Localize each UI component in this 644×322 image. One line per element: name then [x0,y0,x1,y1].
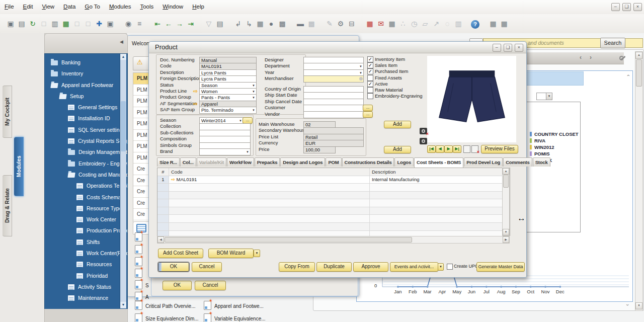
browse-button[interactable]: ... [363,105,373,111]
journal-icon[interactable]: ▬ [295,18,306,29]
sidebar-item-sql-server-settings[interactable]: SQL Server settings [45,124,127,135]
description-cell[interactable] [370,223,510,230]
bom-wizard-dropdown-icon[interactable]: ▼ [254,250,260,257]
sales-item-checkbox[interactable]: ✓ [367,62,373,68]
brand-field[interactable] [199,148,251,155]
shortcut-item[interactable] [135,257,145,266]
menu-file[interactable]: File [0,0,19,10]
sidebar-item-prioridad[interactable]: Prioridad [45,270,127,281]
tab-comments[interactable]: Comments [503,157,532,167]
scroll-up-icon[interactable]: ▲ [120,54,126,60]
menu-edit[interactable]: Edit [19,0,38,10]
shortcut-size-equivalence[interactable]: Size Equivalence Dim... [135,313,199,322]
shortcut-variable-equivalence[interactable]: Variable Equivalence... [204,313,266,322]
duplicate-button[interactable]: Duplicate [316,262,352,272]
table-empty-row[interactable] [157,223,510,231]
chevron-down-icon[interactable]: › [625,304,631,306]
prev-page-icon[interactable]: ‹ [580,54,582,61]
close-button[interactable]: × [515,44,523,52]
scroll-up-icon[interactable]: ▲ [503,168,509,175]
copy-special-icon[interactable]: ▱ [420,18,431,29]
description-cell[interactable] [370,192,510,199]
report-icon[interactable]: ▩ [277,18,288,29]
remove-doc-icon[interactable] [471,145,478,153]
gantt-icon[interactable]: ▥ [453,18,464,29]
sidebar-item-maintenance[interactable]: Maintenance [45,292,127,303]
help-icon[interactable]: ? [471,20,479,29]
next-record-icon[interactable]: → [174,18,185,29]
scrollbar-thumb[interactable] [636,59,642,87]
code-cell[interactable] [169,207,370,215]
bom-wizard-button[interactable]: BOM Wizard [208,249,254,258]
sidebar-item-apparel-and-footwear[interactable]: Apparel and Footwear [45,79,127,91]
description-cell[interactable]: Internal Manufacturing [370,176,510,183]
document-icon[interactable]: □ [38,18,49,29]
vendor-field[interactable] [303,111,364,118]
scroll-up-icon[interactable]: ▲ [635,52,642,59]
shortcut-item[interactable]: S [135,280,149,289]
share-icon[interactable]: ↗ [431,18,442,29]
photo-icon[interactable]: ▩ [306,18,317,29]
scroll-down-icon[interactable]: ▼ [120,302,126,308]
table-empty-row[interactable] [157,215,510,223]
shortcut-apparel-footwear[interactable]: Apparel and Footwe... [204,301,264,310]
menu-go-to[interactable]: Go To [80,0,104,10]
sidebar-item-work-center-productio[interactable]: Work Center(Productio [45,248,127,259]
chart-filter-select[interactable]: ▼ [536,93,552,100]
link-arrow-icon[interactable]: ⇨ [171,177,177,182]
calc-doc-icon[interactable]: ▦ [255,18,266,29]
table-hscrollbar[interactable]: ◀ ▶ [157,236,510,244]
link-arrow-icon[interactable]: ⇨ [193,101,198,107]
maximize-button[interactable]: ❏ [504,44,512,52]
alert-calendar-icon[interactable]: ▦ [364,18,375,29]
sidebar-item-operations-template[interactable]: Operations Template [45,180,127,191]
pdf-doc-icon[interactable]: □ [83,18,94,29]
last-image-button[interactable]: ▶| [453,145,461,153]
code-cell[interactable] [169,184,370,191]
table-empty-row[interactable] [157,207,510,215]
find-icon[interactable]: ◉ [123,18,134,29]
sidebar-item-work-center[interactable]: Work Center [45,214,127,225]
code-cell[interactable] [169,215,370,222]
add-cost-sheet-button[interactable]: Add Cost Sheet [158,249,203,258]
cancel-button[interactable]: Cancel [192,262,222,272]
import-icon[interactable]: ↲ [232,18,244,29]
preview-icon[interactable]: ▣ [5,18,16,29]
sidebar-item-resource-types[interactable]: Resource Types [45,203,127,214]
calculator-icon[interactable]: ▦ [488,18,499,29]
menu-tools[interactable]: Tools [135,0,158,10]
camera-icon[interactable] [420,138,427,144]
events-dropdown-icon[interactable]: ▼ [438,263,444,271]
wrench-icon[interactable] [619,55,626,61]
menu-data[interactable]: Data [59,0,80,10]
refresh-icon[interactable]: ↻ [27,18,38,29]
scrollbar-thumb[interactable] [121,101,126,151]
org-chart-icon[interactable]: ∴ [397,18,409,29]
add-button[interactable]: Add [384,121,411,128]
sidebar-item-general-settings[interactable]: General Settings [45,102,127,113]
database-icon[interactable]: ⊟ [346,18,357,29]
preview-files-button[interactable]: Preview Files [481,145,518,153]
tab-logos[interactable]: Logos [394,157,414,167]
sidebar-item-shifts[interactable]: Shifts [45,236,127,248]
code-cell[interactable] [169,223,370,230]
browse-button[interactable]: ... [243,117,253,124]
sidebar-item-activity-status[interactable]: Activity Status [45,281,127,292]
scroll-left-icon[interactable]: ◀ [157,236,164,243]
tab-cost-sheets-boms[interactable]: Cost Sheets - BOMS [414,157,463,168]
scroll-right-icon[interactable]: ▶ [503,236,509,243]
tab-drag-relate[interactable]: Drag & Relate [3,175,12,236]
copy-printer-icon[interactable]: ▥ [49,18,60,29]
camera-delete-icon[interactable] [420,128,427,134]
shortcut-critical-path[interactable]: Critical Path Overvie... [135,301,195,310]
sidebar-item-installation-id[interactable]: Installation ID [45,113,127,124]
first-image-button[interactable]: |◀ [427,145,436,153]
sidebar-item-embroidery-engraving[interactable]: Embroidery - Engraving [45,158,127,169]
tab-pom[interactable]: POM [326,157,341,167]
business-partner-icon[interactable]: ● [266,18,277,29]
previous-record-icon[interactable]: ← [163,18,174,29]
merchandiser-field[interactable] [303,75,364,83]
sidebar-item-costing-and-manufacturing[interactable]: Costing and Manufacturing [45,169,127,180]
sap-item-group-field[interactable]: Pto. Terminado [199,107,257,114]
collapse-sidebar-icon[interactable]: ◀ [120,39,123,44]
